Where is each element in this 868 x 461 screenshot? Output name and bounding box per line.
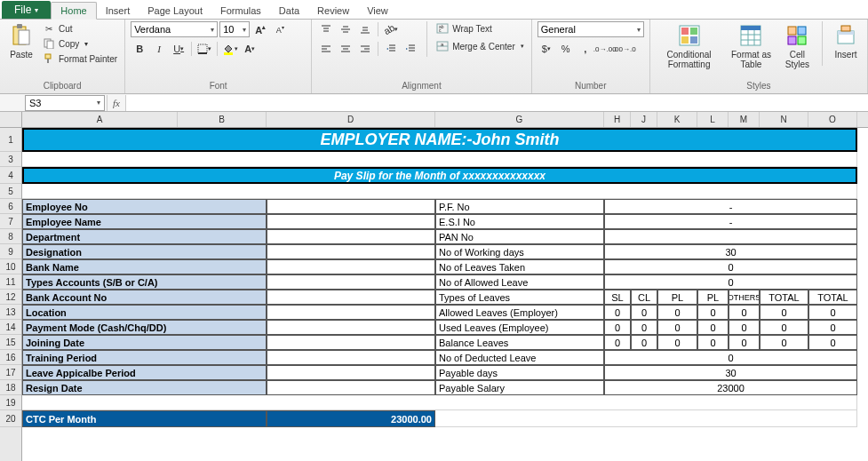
cell[interactable]: TOTAL [760, 290, 808, 305]
cell[interactable] [22, 184, 857, 199]
cell[interactable]: 0 [631, 305, 657, 320]
title-cell[interactable]: EMPLOYER NAME:-John Smith [22, 128, 857, 152]
cell[interactable]: 0 [760, 320, 808, 335]
cell[interactable]: SL [604, 290, 631, 305]
cell[interactable]: 0 [729, 320, 760, 335]
fill-color-button[interactable]: ▾ [221, 41, 239, 57]
col-header[interactable]: D [267, 112, 435, 127]
cell[interactable]: 0 [808, 320, 857, 335]
border-button[interactable]: ▾ [195, 41, 213, 57]
cell[interactable] [267, 365, 435, 380]
cell[interactable]: 0 [604, 320, 631, 335]
cell[interactable]: PAN No [435, 229, 604, 244]
cell[interactable]: CL [631, 290, 657, 305]
cell[interactable]: Types of Leaves [435, 290, 604, 305]
cell[interactable]: Used Leaves (Employee) [435, 320, 604, 335]
font-family-combo[interactable]: Verdana▾ [131, 21, 218, 37]
cell[interactable]: Bank Name [22, 259, 267, 274]
cell[interactable]: 0 [631, 335, 657, 350]
row-header[interactable]: 13 [0, 305, 21, 320]
cell[interactable]: 0 [657, 305, 697, 320]
cell[interactable]: PL [697, 290, 729, 305]
col-header[interactable]: N [760, 112, 808, 127]
indent-decrease-button[interactable] [382, 41, 400, 57]
bold-button[interactable]: B [131, 41, 148, 57]
font-color-button[interactable]: A▾ [241, 41, 259, 57]
col-header[interactable]: J [631, 112, 657, 127]
cell[interactable]: Leave Appicalbe Period [22, 365, 267, 380]
subtitle-cell[interactable]: Pay Slip for the Month of xxxxxxxxxxxxxx [22, 167, 857, 184]
cell[interactable]: Payable Salary [435, 380, 604, 395]
row-header[interactable]: 8 [0, 229, 21, 244]
format-painter-button[interactable]: Format Painter [41, 52, 119, 66]
cell[interactable]: Payable days [435, 365, 604, 380]
cell[interactable] [267, 214, 435, 229]
cell[interactable]: Types Accounts (S/B or C/A) [22, 274, 267, 290]
col-header[interactable]: G [435, 112, 604, 127]
cell[interactable]: 0 [604, 335, 631, 350]
format-as-table-button[interactable]: Format as Table [726, 21, 776, 71]
cell[interactable] [604, 229, 857, 244]
cell[interactable] [435, 410, 857, 427]
select-all-corner[interactable] [0, 112, 21, 128]
align-bottom-button[interactable] [356, 21, 374, 37]
cell[interactable]: Resign Date [22, 380, 267, 395]
cell[interactable]: OTHERS [729, 290, 760, 305]
cell[interactable]: Joining Date [22, 335, 267, 350]
row-header[interactable]: 17 [0, 365, 21, 380]
cell[interactable]: - [604, 214, 857, 229]
tab-file[interactable]: File [2, 1, 51, 19]
insert-button[interactable]: Insert [830, 21, 862, 61]
fx-button[interactable]: fx [107, 95, 126, 111]
shrink-font-button[interactable]: A▾ [271, 21, 289, 37]
comma-button[interactable]: , [577, 41, 594, 57]
cell[interactable]: - [604, 199, 857, 214]
row-header[interactable]: 12 [0, 290, 21, 305]
inc-decimal-button[interactable]: .0→.00 [596, 41, 614, 57]
cell[interactable]: No of Leaves Taken [435, 259, 604, 274]
cell[interactable]: E.S.I No [435, 214, 604, 229]
row-header[interactable]: 3 [0, 152, 21, 167]
row-header[interactable]: 1 [0, 128, 21, 152]
ctc-value-cell[interactable]: 23000.00 [267, 410, 435, 427]
cell[interactable]: 0 [657, 335, 697, 350]
grow-font-button[interactable]: A▴ [251, 21, 269, 37]
cell[interactable]: No of Allowed Leave [435, 274, 604, 290]
copy-button[interactable]: Copy▾ [41, 36, 119, 51]
cell[interactable]: P.F. No [435, 199, 604, 214]
col-header[interactable]: B [178, 112, 267, 127]
row-header[interactable]: 7 [0, 214, 21, 229]
row-header[interactable]: 14 [0, 320, 21, 335]
row-header[interactable]: 20 [0, 410, 21, 427]
formula-input[interactable] [126, 95, 868, 111]
cell[interactable] [267, 259, 435, 274]
conditional-formatting-button[interactable]: Conditional Formatting [656, 21, 723, 71]
indent-increase-button[interactable] [402, 41, 419, 57]
cell[interactable]: 0 [604, 350, 857, 365]
align-left-button[interactable] [317, 41, 335, 57]
cell[interactable]: Training Period [22, 350, 267, 365]
cell[interactable] [267, 229, 435, 244]
percent-button[interactable]: % [557, 41, 575, 57]
cell-area[interactable]: EMPLOYER NAME:-John Smith Pay Slip for t… [22, 128, 868, 427]
cell[interactable]: 0 [760, 335, 808, 350]
col-header[interactable]: L [697, 112, 729, 127]
tab-formulas[interactable]: Formulas [211, 3, 270, 19]
cell[interactable]: PL [657, 290, 697, 305]
cell[interactable]: 0 [657, 320, 697, 335]
cell[interactable]: Payment Mode (Cash/Chq/DD) [22, 320, 267, 335]
align-right-button[interactable] [356, 41, 374, 57]
cell[interactable]: Department [22, 229, 267, 244]
row-header[interactable]: 5 [0, 184, 21, 199]
cell[interactable] [22, 395, 857, 410]
number-format-combo[interactable]: General▾ [538, 21, 644, 37]
col-header[interactable]: O [808, 112, 857, 127]
cell[interactable]: 0 [604, 274, 857, 290]
name-box[interactable]: S3▾ [25, 95, 105, 111]
cell[interactable]: No of Deducted Leave [435, 350, 604, 365]
cell[interactable]: 0 [808, 335, 857, 350]
cell[interactable]: 0 [604, 305, 631, 320]
wrap-text-button[interactable]: abcWrap Text [434, 21, 526, 36]
row-header[interactable]: 19 [0, 395, 21, 410]
tab-data[interactable]: Data [270, 3, 308, 19]
